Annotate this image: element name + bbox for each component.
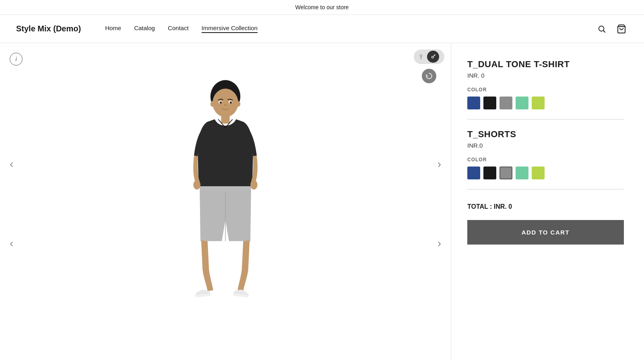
right-chevron-top-icon: › — [438, 158, 441, 170]
product1-color-gray[interactable] — [500, 97, 512, 109]
next-arrow-top[interactable]: › — [434, 154, 444, 174]
rotate-icon — [425, 72, 433, 80]
cart-icon — [617, 24, 626, 34]
announcement-bar: Welcome to our store — [0, 0, 644, 15]
svg-point-9 — [213, 88, 238, 117]
main-nav: Home Catalog Contact Immersive Collectio… — [105, 25, 596, 33]
svg-point-19 — [220, 101, 222, 103]
svg-point-6 — [432, 56, 434, 58]
product1-color-navy[interactable] — [467, 97, 480, 109]
rotate-button[interactable] — [422, 69, 436, 83]
nav-contact[interactable]: Contact — [168, 25, 189, 33]
svg-line-1 — [603, 31, 605, 32]
svg-line-7 — [433, 55, 435, 56]
product2-color-swatches — [467, 167, 624, 179]
toggle-female[interactable] — [415, 51, 427, 63]
product2-title: T_SHORTS — [467, 129, 624, 140]
left-chevron-bottom-icon: ‹ — [10, 237, 13, 249]
svg-point-15 — [211, 101, 215, 107]
viewer-controls — [414, 49, 444, 83]
product2-color-gray[interactable] — [500, 167, 512, 179]
product1-price: INR. 0 — [467, 72, 624, 79]
header-icons — [596, 23, 628, 35]
search-button[interactable] — [596, 23, 608, 35]
prev-arrow-top[interactable]: ‹ — [6, 154, 17, 174]
product2-color-label: COLOR — [467, 157, 624, 162]
product2-color-lime[interactable] — [532, 167, 545, 179]
product1-color-lime[interactable] — [532, 97, 545, 109]
product2-color-mint[interactable] — [516, 167, 528, 179]
gender-toggle[interactable] — [414, 49, 444, 64]
avatar-svg — [175, 77, 275, 327]
search-icon — [597, 25, 606, 33]
male-icon — [430, 54, 436, 60]
info-icon: i — [15, 56, 17, 62]
avatar-figure — [175, 43, 275, 361]
svg-rect-10 — [221, 116, 229, 123]
product1-color-label: COLOR — [467, 87, 624, 93]
svg-point-0 — [599, 26, 604, 31]
total-label: TOTAL : INR. 0 — [467, 203, 624, 210]
svg-point-20 — [230, 101, 232, 103]
product2-price: INR.0 — [467, 142, 624, 149]
prev-arrow-bottom[interactable]: ‹ — [6, 234, 17, 253]
main-content: i — [0, 43, 644, 361]
svg-rect-13 — [200, 186, 251, 191]
product-panel: T_DUAL TONE T-SHIRT INR. 0 COLOR T_SHORT… — [451, 43, 644, 361]
product1-color-black[interactable] — [483, 97, 496, 109]
svg-point-11 — [193, 180, 200, 189]
product1-section: T_DUAL TONE T-SHIRT INR. 0 COLOR — [467, 59, 624, 119]
next-arrow-bottom[interactable]: › — [434, 234, 444, 253]
nav-home[interactable]: Home — [105, 25, 121, 33]
product1-color-swatches — [467, 97, 624, 109]
announcement-text: Welcome to our store — [295, 4, 349, 10]
product1-title: T_DUAL TONE T-SHIRT — [467, 59, 624, 70]
divider1 — [467, 119, 624, 119]
left-chevron-top-icon: ‹ — [10, 158, 13, 170]
svg-point-16 — [236, 101, 241, 107]
site-logo[interactable]: Style Mix (Demo) — [16, 24, 81, 33]
female-icon — [418, 54, 424, 60]
info-button[interactable]: i — [10, 53, 23, 66]
cart-button[interactable] — [615, 23, 628, 35]
product2-color-black[interactable] — [483, 167, 496, 179]
header: Style Mix (Demo) Home Catalog Contact Im… — [0, 15, 644, 43]
add-to-cart-button[interactable]: ADD TO CART — [467, 220, 624, 245]
nav-immersive-collection[interactable]: Immersive Collection — [202, 25, 258, 33]
right-chevron-bottom-icon: › — [438, 237, 441, 249]
svg-point-3 — [420, 55, 422, 57]
toggle-male[interactable] — [427, 51, 439, 63]
product1-color-mint[interactable] — [516, 97, 528, 109]
viewer-panel: i — [0, 43, 451, 361]
divider2 — [467, 189, 624, 189]
product2-color-navy[interactable] — [467, 167, 480, 179]
product2-section: T_SHORTS INR.0 COLOR — [467, 129, 624, 189]
svg-point-12 — [250, 180, 258, 189]
nav-catalog[interactable]: Catalog — [134, 25, 155, 33]
